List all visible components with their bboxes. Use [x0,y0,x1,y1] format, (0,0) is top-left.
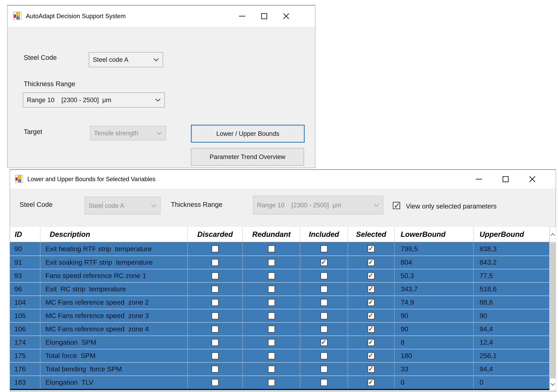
selected-checkbox[interactable] [368,379,375,386]
redundant-checkbox[interactable] [268,312,275,319]
redundant-checkbox[interactable] [268,339,275,346]
selected-checkbox[interactable] [368,299,375,306]
maximize-button[interactable] [492,170,519,189]
table-row[interactable]: 96 Exit RC strip temperature 343,7 518,6 [10,282,549,295]
redundant-checkbox[interactable] [268,272,275,279]
discarded-checkbox[interactable] [212,272,218,279]
table-row[interactable]: 106 MC Fans reference speed zone 4 90 94… [10,322,549,335]
table-row[interactable]: 104 MC Fans reference speed zone 2 74,9 … [10,295,549,309]
table-row[interactable]: 105 MC Fans reference speed zone 3 90 90 [10,309,549,322]
redundant-checkbox[interactable] [268,245,275,252]
window2-titlebar[interactable]: Lower and Upper Bounds for Selected Vari… [10,170,556,189]
included-checkbox[interactable] [321,366,328,373]
selected-checkbox[interactable] [368,326,375,333]
selected-checkbox[interactable] [368,286,375,293]
included-checkbox[interactable] [321,299,328,306]
parameter-trend-overview-button[interactable]: Parameter Trend Overview [191,148,304,166]
included-checkbox[interactable] [321,286,328,293]
table-row[interactable]: 176 Total bending force SPM 33 94,4 [10,362,549,375]
cell-discarded [188,336,243,349]
included-checkbox[interactable] [321,312,328,319]
scroll-up-button[interactable] [550,227,556,242]
discarded-checkbox[interactable] [212,245,218,252]
table-row[interactable]: 93 Fans speed reference RC zone 1 50,3 7… [10,269,549,282]
table-row[interactable]: 174 Elongation SPM 8 12,4 [10,335,549,349]
app-icon [15,175,23,183]
table-row[interactable]: 91 Exit soaking RTF strip temperature 80… [10,256,549,269]
included-checkbox[interactable] [321,259,328,266]
lower-upper-bounds-button[interactable]: Lower / Upper Bounds [191,125,305,143]
discarded-checkbox[interactable] [212,339,218,346]
selected-checkbox[interactable] [368,352,375,359]
scroll-down-button[interactable] [550,378,556,390]
thickness-range-combobox-disabled: Range 10 [2300 - 2500] μm [253,196,383,215]
selected-checkbox[interactable] [368,245,375,252]
discarded-checkbox[interactable] [212,259,218,266]
redundant-checkbox[interactable] [268,326,275,333]
window-autoadapt: AutoAdapt Decision Support System Steel … [7,5,315,168]
redundant-checkbox[interactable] [268,299,275,306]
redundant-checkbox[interactable] [268,366,275,373]
view-only-checkbox[interactable] [393,202,400,209]
thickness-range-combobox[interactable]: Range 10 [2300 - 2500] μm [23,92,165,108]
column-header-selected[interactable]: Selected [348,227,395,242]
included-checkbox[interactable] [321,339,328,346]
cell-selected [348,363,395,375]
cell-redundant [243,256,300,269]
redundant-checkbox[interactable] [268,259,275,266]
column-header-description[interactable]: Description [40,227,188,242]
column-header-discarded[interactable]: Discarded [188,227,243,242]
column-header-id[interactable]: ID [10,227,40,242]
cell-lowerbound: 0 [395,376,474,389]
cell-description: Elongation SPM [40,336,188,349]
redundant-checkbox[interactable] [268,352,275,359]
included-checkbox[interactable] [321,352,328,359]
table-row[interactable]: 90 Exit heating RTF strip temperature 79… [10,242,549,256]
cell-included [300,242,348,256]
close-button[interactable] [519,170,546,189]
redundant-checkbox[interactable] [268,379,275,386]
selected-checkbox[interactable] [368,339,375,346]
scrollbar-thumb[interactable] [550,242,556,378]
window1-titlebar[interactable]: AutoAdapt Decision Support System [8,6,315,27]
minimize-button[interactable] [231,6,253,27]
discarded-checkbox[interactable] [212,366,218,373]
cell-id: 90 [10,242,40,256]
cell-selected [348,256,395,269]
redundant-checkbox[interactable] [268,286,275,293]
cell-upperbound: 88,6 [474,296,549,309]
included-checkbox[interactable] [321,326,328,333]
included-checkbox[interactable] [321,272,328,279]
close-icon [529,176,536,183]
cell-upperbound: 838,3 [474,242,549,256]
cell-discarded [188,269,243,282]
included-checkbox[interactable] [321,245,328,252]
target-value: Tensile strength [94,130,156,137]
column-header-upperbound[interactable]: UpperBound [474,227,549,242]
column-header-lowerbound[interactable]: LowerBound [395,227,474,242]
cell-id: 104 [10,296,40,309]
selected-checkbox[interactable] [368,366,375,373]
discarded-checkbox[interactable] [212,286,218,293]
selected-checkbox[interactable] [368,312,375,319]
maximize-button[interactable] [253,6,275,27]
table-row[interactable]: 175 Total force SPM 180 256,1 [10,349,549,362]
discarded-checkbox[interactable] [212,379,218,386]
steel-code-combobox[interactable]: Steel code A [89,52,163,67]
chevron-down-icon [156,131,162,135]
table-row[interactable]: 183 Elongation TLV 0 0 [10,375,549,389]
minimize-button[interactable] [466,170,492,189]
screen: AutoAdapt Decision Support System Steel … [0,0,558,392]
discarded-checkbox[interactable] [212,352,218,359]
discarded-checkbox[interactable] [212,299,218,306]
included-checkbox[interactable] [321,379,328,386]
close-button[interactable] [275,6,297,27]
vertical-scrollbar[interactable] [549,227,556,390]
discarded-checkbox[interactable] [212,312,218,319]
window1-controls [231,6,297,27]
discarded-checkbox[interactable] [212,326,218,333]
selected-checkbox[interactable] [368,259,375,266]
selected-checkbox[interactable] [368,272,375,279]
column-header-included[interactable]: Included [300,227,348,242]
column-header-redundant[interactable]: Redundant [243,227,300,242]
